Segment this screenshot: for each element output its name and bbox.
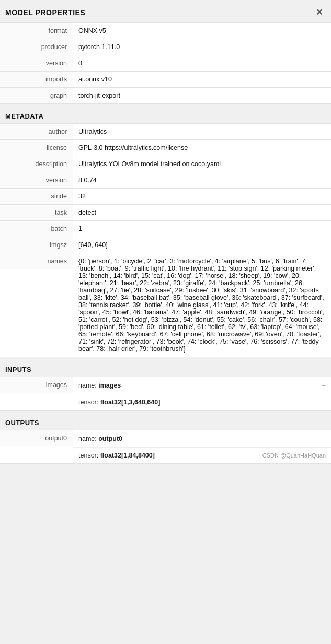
properties-section: formatONNX v5producerpytorch 1.11.0versi… (0, 22, 331, 104)
prop-label: version (0, 172, 73, 188)
prop-row: graphtorch-jit-export (0, 87, 331, 104)
io-label: output0 (0, 430, 73, 446)
prop-value: ONNX v5 (73, 23, 331, 39)
prop-row: descriptionUltralytics YOLOv8m model tra… (0, 156, 331, 172)
prop-value: detect (73, 205, 331, 220)
prop-label: imgsz (0, 237, 73, 253)
io-value-block: name: output0−tensor: float32[1,84,8400]… (73, 430, 331, 463)
prop-row: taskdetect (0, 204, 331, 220)
inputs-rows: imagesname: images−tensor: float32[1,3,6… (0, 377, 331, 411)
prop-value: {0: 'person', 1: 'bicycle', 2: 'car', 3:… (73, 253, 331, 357)
prop-label: version (0, 55, 73, 71)
prop-value: GPL-3.0 https://ultralytics.com/license (73, 140, 331, 156)
prop-value: Ultralytics (73, 124, 331, 139)
panel-title: MODEL PROPERTIES (5, 8, 85, 17)
prop-label: format (0, 23, 73, 39)
prop-label: author (0, 124, 73, 139)
prop-label: batch (0, 221, 73, 237)
io-row: imagesname: images−tensor: float32[1,3,6… (0, 377, 331, 411)
io-tensor-value: tensor: float32[1,84,8400] (78, 452, 155, 459)
outputs-section-header: OUTPUTS (0, 415, 331, 430)
io-dash: − (322, 435, 326, 443)
prop-row: stride32 (0, 188, 331, 204)
inputs-section-header: INPUTS (0, 361, 331, 377)
prop-value: 32 (73, 189, 331, 204)
outputs-rows: output0name: output0−tensor: float32[1,8… (0, 430, 331, 464)
properties-rows: formatONNX v5producerpytorch 1.11.0versi… (0, 22, 331, 104)
io-tensor-line: tensor: float32[1,3,640,640] (73, 394, 331, 410)
close-button[interactable]: ✕ (316, 7, 323, 17)
prop-label: license (0, 140, 73, 156)
prop-label: stride (0, 189, 73, 204)
io-dash: − (322, 381, 326, 390)
prop-row: authorUltralytics (0, 123, 331, 139)
io-name-line: name: output0− (73, 430, 331, 448)
prop-label: description (0, 156, 73, 172)
prop-label: producer (0, 39, 73, 55)
prop-row: version0 (0, 55, 331, 71)
prop-value: ai.onnx v10 (73, 72, 331, 87)
io-row: output0name: output0−tensor: float32[1,8… (0, 430, 331, 464)
prop-value: pytorch 1.11.0 (73, 39, 331, 55)
prop-row: imgsz[640, 640] (0, 237, 331, 253)
watermark-text: CSDN @QuanHaHQuan (262, 452, 326, 459)
prop-value: Ultralytics YOLOv8m model trained on coc… (73, 156, 331, 172)
prop-value: [640, 640] (73, 237, 331, 253)
prop-label: names (0, 253, 73, 269)
model-properties-panel: MODEL PROPERTIES ✕ formatONNX v5producer… (0, 0, 331, 468)
prop-row: batch1 (0, 220, 331, 237)
prop-value: 1 (73, 221, 331, 237)
prop-row: importsai.onnx v10 (0, 71, 331, 87)
prop-row: names{0: 'person', 1: 'bicycle', 2: 'car… (0, 253, 331, 357)
panel-header: MODEL PROPERTIES ✕ (0, 0, 331, 22)
prop-value: torch-jit-export (73, 88, 331, 103)
prop-value: 8.0.74 (73, 172, 331, 188)
io-name-line: name: images− (73, 377, 331, 394)
prop-row: version8.0.74 (0, 172, 331, 188)
prop-row: producerpytorch 1.11.0 (0, 39, 331, 55)
io-name-value: name: output0 (78, 435, 122, 442)
io-label: images (0, 377, 73, 393)
prop-row: formatONNX v5 (0, 22, 331, 39)
prop-label: graph (0, 88, 73, 103)
prop-value: 0 (73, 55, 331, 71)
io-value-block: name: images−tensor: float32[1,3,640,640… (73, 377, 331, 410)
prop-label: task (0, 205, 73, 220)
io-tensor-value: tensor: float32[1,3,640,640] (78, 399, 160, 406)
prop-label: imports (0, 72, 73, 87)
io-name-value: name: images (78, 382, 121, 389)
metadata-rows: authorUltralyticslicenseGPL-3.0 https://… (0, 123, 331, 357)
prop-row: licenseGPL-3.0 https://ultralytics.com/l… (0, 139, 331, 156)
io-tensor-line: tensor: float32[1,84,8400]CSDN @QuanHaHQ… (73, 448, 331, 463)
metadata-section-header: METADATA (0, 108, 331, 123)
